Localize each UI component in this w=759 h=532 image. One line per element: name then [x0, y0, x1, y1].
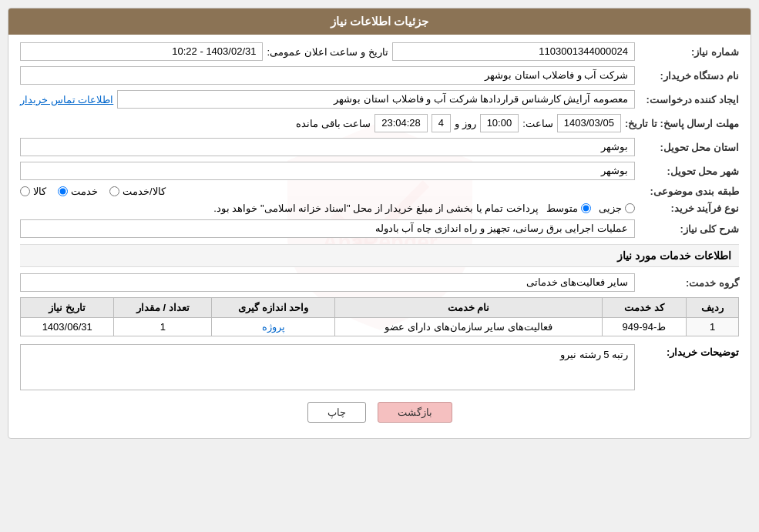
- creator-label: ایجاد کننده درخواست:: [639, 94, 739, 105]
- description-row: شرح کلی نیاز: عملیات اجرایی برق رسانی، ت…: [20, 219, 739, 238]
- category-label: طبقه بندی موضوعی:: [639, 186, 739, 197]
- card-body: شماره نیاز: 1103001344000024 تاریخ و ساع…: [8, 35, 751, 438]
- purchase-option-jozi: جزیی: [599, 202, 635, 214]
- category-radio-kala[interactable]: [20, 186, 30, 196]
- category-radio-khedmat[interactable]: [58, 186, 68, 196]
- requester-org-row: نام دستگاه خریدار: شرکت آب و فاضلاب استا…: [20, 66, 739, 85]
- header-title: جزئیات اطلاعات نیاز: [331, 15, 428, 28]
- deadline-remaining-label: ساعت باقی مانده: [296, 118, 371, 129]
- province-label: استان محل تحویل:: [639, 142, 739, 153]
- creator-row: ایجاد کننده درخواست: معصومه آرایش کارشنا…: [20, 90, 739, 109]
- province-row: استان محل تحویل: بوشهر: [20, 138, 739, 156]
- purchase-type-row: نوع فرآیند خرید: جزیی متوسط پرداخت تمام …: [20, 202, 739, 214]
- print-button[interactable]: چاپ: [307, 402, 366, 423]
- deadline-date-value: 1403/03/05: [557, 114, 621, 132]
- deadline-time-value: 10:00: [480, 114, 519, 132]
- requester-org-label: نام دستگاه خریدار:: [639, 70, 739, 82]
- col-header-code: کد خدمت: [602, 298, 686, 318]
- service-group-label: گروه خدمت:: [639, 277, 739, 289]
- purchase-radio-motavasset[interactable]: [581, 203, 591, 213]
- category-radio-kala-khedmat[interactable]: [109, 186, 119, 196]
- buyer-desc-area: توضیحات خریدار: رتبه 5 رشته نیرو: [20, 344, 739, 390]
- main-card: AnaRender جزئیات اطلاعات نیاز شماره نیاز…: [8, 8, 751, 439]
- purchase-type-label: نوع فرآیند خرید:: [639, 202, 739, 214]
- button-row: بازگشت چاپ: [20, 402, 739, 423]
- description-value: عملیات اجرایی برق رسانی، تجهیز و راه اند…: [20, 219, 635, 238]
- page-container: AnaRender جزئیات اطلاعات نیاز شماره نیاز…: [0, 0, 759, 532]
- category-option-khedmat: خدمت: [58, 186, 98, 197]
- deadline-days-label: روز و: [455, 118, 476, 129]
- deadline-remaining-value: 23:04:28: [374, 114, 428, 132]
- category-option-kala: کالا: [20, 186, 46, 197]
- col-header-date: تاریخ نیاز: [21, 298, 114, 318]
- city-label: شهر محل تحویل:: [639, 166, 739, 177]
- deadline-time-label: ساعت:: [522, 118, 553, 129]
- creator-value: معصومه آرایش کارشناس قراردادها شرکت آب و…: [117, 90, 635, 109]
- col-header-quantity: تعداد / مقدار: [114, 298, 212, 318]
- city-value: بوشهر: [20, 162, 635, 180]
- card-content: جزئیات اطلاعات نیاز شماره نیاز: 11030013…: [8, 8, 751, 438]
- service-group-value: سایر فعالیت‌های خدماتی: [20, 273, 635, 292]
- purchase-row-content: جزیی متوسط پرداخت تمام یا بخشی از مبلغ خ…: [20, 202, 635, 214]
- cell-date: 1403/06/31: [21, 318, 114, 336]
- cell-row: 1: [687, 318, 739, 336]
- back-button[interactable]: بازگشت: [378, 402, 452, 423]
- cell-code: ط-94-949: [602, 318, 686, 336]
- description-label: شرح کلی نیاز:: [639, 223, 739, 235]
- city-row: شهر محل تحویل: بوشهر: [20, 162, 739, 180]
- requester-org-value: شرکت آب و فاضلاب استان بوشهر: [20, 66, 635, 85]
- need-number-row: شماره نیاز: 1103001344000024 تاریخ و ساع…: [20, 42, 739, 61]
- service-group-row: گروه خدمت: سایر فعالیت‌های خدماتی: [20, 273, 739, 292]
- purchase-note: پرداخت تمام یا بخشی از مبلغ خریدار از مح…: [213, 202, 539, 214]
- cell-quantity: 1: [114, 318, 212, 336]
- services-table: ردیف کد خدمت نام خدمت واحد اندازه گیری ت…: [20, 297, 739, 336]
- buyer-desc-value: رتبه 5 رشته نیرو: [20, 344, 635, 390]
- announcement-label: تاریخ و ساعت اعلان عمومی:: [267, 46, 388, 58]
- creator-contact-link[interactable]: اطلاعات تماس خریدار: [20, 94, 113, 105]
- table-row: 1ط-94-949فعالیت‌های سایر سازمان‌های دارا…: [21, 318, 739, 336]
- col-header-unit: واحد اندازه گیری: [212, 298, 335, 318]
- services-section-header: اطلاعات خدمات مورد نیاز: [20, 244, 739, 267]
- purchase-option-motavasset: متوسط: [546, 202, 591, 214]
- need-number-value: 1103001344000024: [392, 42, 635, 61]
- deadline-row: مهلت ارسال پاسخ: تا تاریخ: 1403/03/05 سا…: [20, 114, 739, 132]
- need-number-label: شماره نیاز:: [639, 46, 739, 58]
- deadline-days-value: 4: [432, 114, 451, 132]
- announcement-value: 1403/02/31 - 10:22: [20, 42, 263, 61]
- deadline-label: مهلت ارسال پاسخ: تا تاریخ:: [625, 118, 739, 129]
- province-value: بوشهر: [20, 138, 635, 156]
- col-header-row: ردیف: [687, 298, 739, 318]
- purchase-radio-jozi[interactable]: [625, 203, 635, 213]
- card-header: جزئیات اطلاعات نیاز: [8, 8, 751, 35]
- cell-unit: پروژه: [212, 318, 335, 336]
- col-header-name: نام خدمت: [335, 298, 603, 318]
- category-radio-group: کالا/خدمت خدمت کالا: [20, 186, 635, 197]
- category-option-kala-khedmat: کالا/خدمت: [109, 186, 166, 197]
- cell-name: فعالیت‌های سایر سازمان‌های دارای عضو: [335, 318, 603, 336]
- category-row: طبقه بندی موضوعی: کالا/خدمت خدمت کالا: [20, 186, 739, 197]
- buyer-desc-label: توضیحات خریدار:: [639, 344, 739, 358]
